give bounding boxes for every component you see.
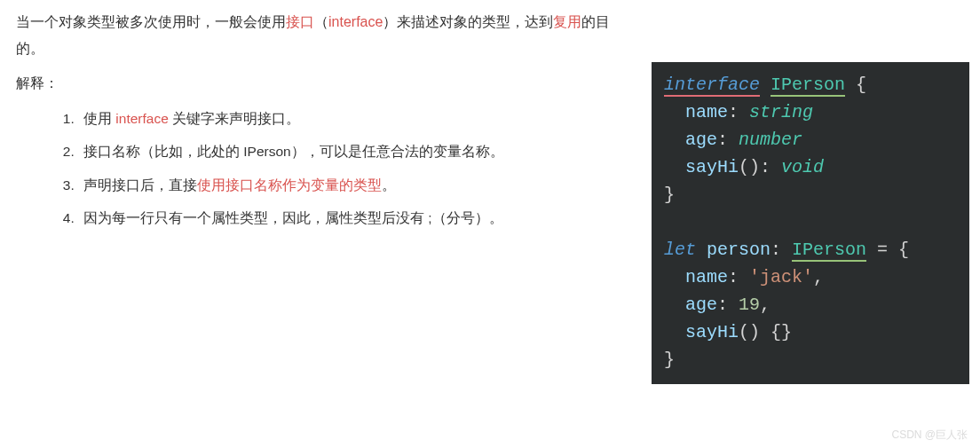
list-item: 因为每一行只有一个属性类型，因此，属性类型后没有 ;（分号）。 <box>78 201 637 234</box>
intro-text: 当一个对象类型被多次使用时，一般会使用 <box>16 14 286 29</box>
colon: : <box>717 295 739 315</box>
list-item: 使用 interface 关键字来声明接口。 <box>78 102 637 135</box>
code-line: let person: IPerson = { <box>664 236 957 263</box>
number: 19 <box>739 295 760 315</box>
prop-name: name <box>685 267 728 287</box>
colon: : <box>728 102 749 122</box>
code-line: } <box>664 346 957 373</box>
string: 'jack' <box>749 267 813 287</box>
explanation-list: 使用 interface 关键字来声明接口。 接口名称（比如，此处的 IPers… <box>16 102 637 234</box>
item-text: 。 <box>382 177 396 193</box>
brace: } <box>664 350 675 370</box>
item-red: interface <box>115 111 168 126</box>
intro-paragraph: 当一个对象类型被多次使用时，一般会使用接口（interface）来描述对象的类型… <box>16 9 637 63</box>
colon: : <box>717 130 739 150</box>
class-name: IPerson <box>792 240 866 262</box>
prop-name: sayHi <box>685 157 739 177</box>
eq-brace: = { <box>866 240 909 260</box>
prop-name: name <box>685 102 728 122</box>
explain-label: 解释： <box>16 70 637 97</box>
code-line: sayHi(): void <box>664 153 957 181</box>
code-line: age: 19, <box>664 291 957 318</box>
rest: () {} <box>739 322 792 342</box>
code-line <box>664 208 957 236</box>
item-text: 使用 <box>83 111 115 126</box>
colon: : <box>728 267 749 287</box>
paren: () <box>739 157 760 177</box>
comma: , <box>813 267 824 287</box>
intro-red-1: 接口 <box>286 14 314 29</box>
code-line: age: number <box>664 126 957 153</box>
code-line: name: string <box>664 98 957 126</box>
keyword-let: let <box>664 240 696 260</box>
intro-text: ）来描述对象的类型，达到 <box>383 14 553 29</box>
keyword-interface: interface <box>664 75 760 97</box>
code-block: interface IPerson { name: string age: nu… <box>652 62 969 384</box>
watermark: CSDN @巨人张 <box>891 428 968 443</box>
type: number <box>739 130 802 150</box>
code-line: name: 'jack', <box>664 263 957 291</box>
item-text: 接口名称（比如，此处的 IPerson），可以是任意合法的变量名称。 <box>83 144 504 159</box>
brace: { <box>845 75 866 95</box>
code-line: } <box>664 181 957 208</box>
class-name: IPerson <box>771 75 845 97</box>
item-red: 使用接口名称作为变量的类型 <box>197 177 382 193</box>
list-item: 声明接口后，直接使用接口名称作为变量的类型。 <box>78 169 637 201</box>
item-text: 声明接口后，直接 <box>83 177 197 193</box>
type: string <box>749 102 813 122</box>
intro-text: （ <box>314 14 328 29</box>
colon: : <box>771 240 792 260</box>
brace: } <box>664 185 675 205</box>
code-line: sayHi() {} <box>664 318 957 346</box>
intro-red-3: 复用 <box>553 14 581 29</box>
item-text: 因为每一行只有一个属性类型，因此，属性类型后没有 ;（分号）。 <box>83 210 503 225</box>
type: void <box>781 157 824 177</box>
var-name: person <box>707 240 771 260</box>
code-line: interface IPerson { <box>664 71 957 98</box>
list-item: 接口名称（比如，此处的 IPerson），可以是任意合法的变量名称。 <box>78 135 637 168</box>
colon: : <box>760 157 781 177</box>
prop-name: age <box>685 130 717 150</box>
comma: , <box>760 295 771 315</box>
prop-name: age <box>685 295 717 315</box>
prop-name: sayHi <box>685 322 739 342</box>
item-text: 关键字来声明接口。 <box>169 111 300 126</box>
intro-red-2: interface <box>328 14 383 29</box>
